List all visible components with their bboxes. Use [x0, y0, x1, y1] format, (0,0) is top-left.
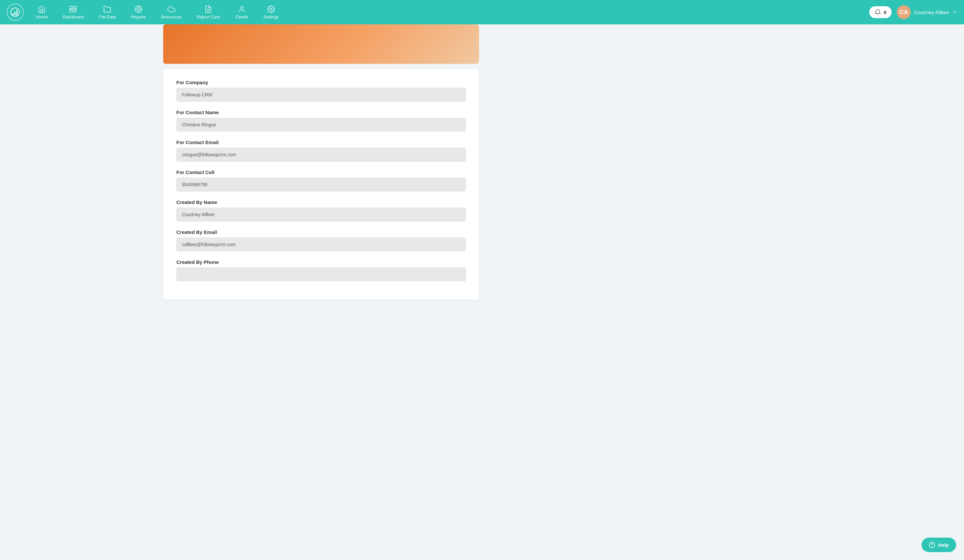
logo[interactable] — [7, 3, 24, 21]
input-for-contact-cell[interactable] — [176, 177, 466, 192]
svg-point-17 — [270, 8, 272, 10]
svg-rect-7 — [74, 10, 77, 12]
input-for-contact-email[interactable] — [176, 148, 466, 161]
user-menu[interactable]: CA Courtney Allbee — [897, 5, 957, 19]
user-name: Courtney Allbee — [914, 10, 949, 15]
label-created-by-email: Created By Email — [176, 230, 466, 235]
svg-rect-2 — [15, 11, 15, 15]
input-for-company[interactable] — [176, 88, 466, 102]
label-created-by-phone: Created By Phone — [176, 259, 466, 265]
label-for-company: For Company — [176, 80, 466, 85]
nav-item-report-card[interactable]: Report Card — [191, 3, 226, 22]
help-button[interactable]: Help — [922, 538, 956, 552]
svg-point-9 — [137, 8, 140, 11]
navbar: Home Dashboard File Data — [0, 0, 964, 24]
field-group-contact-email: For Contact Email — [176, 140, 466, 161]
main-content: For Company For Contact Name For Contact… — [0, 24, 964, 560]
field-group-created-by-name: Created By Name — [176, 199, 466, 221]
navbar-right: 0 CA Courtney Allbee — [869, 5, 957, 19]
form-card: For Company For Contact Name For Contact… — [163, 69, 479, 300]
notification-count: 0 — [884, 10, 886, 15]
field-group-contact-cell: For Contact Cell — [176, 169, 466, 192]
input-created-by-phone[interactable] — [176, 267, 466, 281]
field-group-contact-name: For Contact Name — [176, 109, 466, 132]
notification-button[interactable]: 0 — [869, 6, 892, 18]
label-for-contact-name: For Contact Name — [176, 109, 466, 115]
input-for-contact-name[interactable] — [176, 118, 466, 132]
field-group-created-by-phone: Created By Phone — [176, 259, 466, 281]
svg-rect-5 — [74, 6, 77, 9]
bell-icon — [874, 9, 881, 15]
input-created-by-email[interactable] — [176, 238, 466, 251]
page-content: For Company For Contact Name For Contact… — [0, 24, 964, 331]
help-button-label: Help — [938, 542, 949, 548]
nav-item-file-data[interactable]: File Data — [93, 3, 122, 22]
nav-item-clients[interactable]: Clients — [229, 3, 254, 22]
field-group-created-by-email: Created By Email — [176, 230, 466, 251]
chevron-down-icon — [952, 10, 957, 15]
svg-rect-1 — [13, 13, 13, 15]
nav-item-reports[interactable]: Reports — [125, 3, 152, 22]
label-for-contact-email: For Contact Email — [176, 140, 466, 145]
help-icon — [929, 542, 935, 548]
banner-area — [163, 24, 479, 64]
avatar: CA — [897, 5, 911, 19]
nav-item-home[interactable]: Home — [30, 3, 54, 22]
label-created-by-name: Created By Name — [176, 199, 466, 205]
nav-item-dashboard[interactable]: Dashboard — [57, 3, 90, 22]
svg-rect-4 — [70, 6, 72, 9]
field-group-company: For Company — [176, 80, 466, 102]
banner-image — [163, 24, 479, 64]
label-for-contact-cell: For Contact Cell — [176, 169, 466, 175]
nav-item-settings[interactable]: Settings — [257, 3, 285, 22]
svg-rect-6 — [70, 10, 72, 12]
input-created-by-name[interactable] — [176, 208, 466, 221]
svg-rect-3 — [16, 10, 18, 15]
nav-item-resources[interactable]: Resources — [155, 3, 187, 22]
nav-items: Home Dashboard File Data — [30, 3, 869, 22]
svg-point-16 — [241, 6, 243, 9]
